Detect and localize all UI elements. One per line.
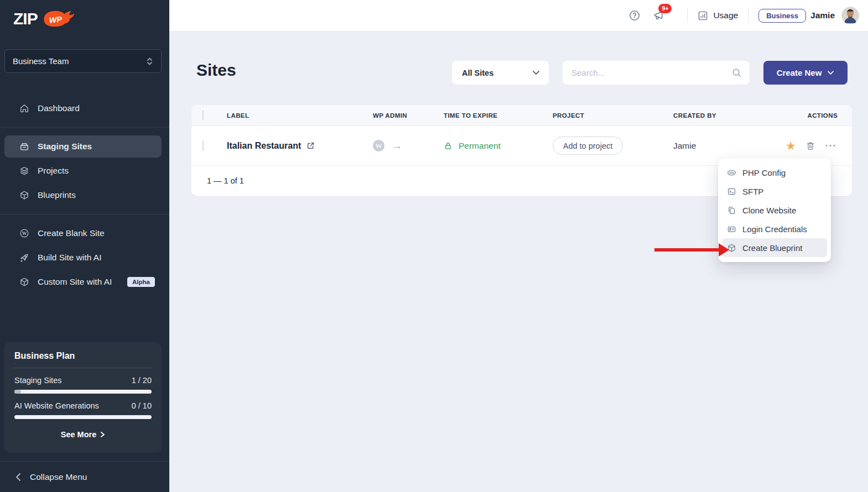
- create-new-button[interactable]: Create New: [763, 61, 848, 85]
- home-icon: [19, 103, 29, 113]
- see-more-link[interactable]: See More: [14, 427, 152, 442]
- team-selector-label: Business Team: [13, 56, 69, 66]
- sites-filter-dropdown[interactable]: All Sites: [452, 61, 549, 85]
- plan-badge[interactable]: Business: [758, 9, 806, 23]
- sidebar: ZIP WP Business Team: [0, 0, 169, 492]
- notification-badge: 9+: [658, 4, 672, 13]
- column-header-created-by: CREATED BY: [673, 112, 786, 119]
- search-input[interactable]: [571, 68, 731, 77]
- terminal-icon: [727, 187, 736, 196]
- sidebar-item-label: Blueprints: [38, 190, 76, 200]
- menu-item-label: SFTP: [742, 187, 763, 196]
- chevron-down-icon: [532, 70, 540, 75]
- menu-item-sftp[interactable]: SFTP: [722, 182, 827, 201]
- sidebar-item-label: Custom Site with AI: [38, 277, 112, 287]
- svg-text:WP: WP: [49, 14, 63, 24]
- meter-bar-ai-generations: [14, 415, 152, 419]
- brand-flame-icon: WP: [41, 8, 75, 29]
- user-name: Jamie: [810, 11, 835, 20]
- usage-button[interactable]: Usage: [698, 11, 738, 21]
- sidebar-item-build-site-with-ai[interactable]: Build Site with AI: [4, 247, 162, 269]
- plan-divider: [13, 368, 153, 368]
- sidebar-nav: Dashboard Staging Sites Pro: [0, 97, 169, 295]
- meter-fill: [14, 390, 21, 394]
- arrow-right-icon: →: [392, 140, 402, 152]
- meter-value: 1 / 20: [132, 376, 152, 385]
- column-header-label: LABEL: [227, 112, 373, 119]
- meter-bar-staging-sites: [14, 390, 152, 394]
- plan-title: Business Plan: [14, 351, 152, 361]
- sites-filter-value: All Sites: [462, 69, 493, 77]
- select-all-checkbox[interactable]: [202, 110, 204, 121]
- chevron-left-icon: [15, 473, 21, 481]
- create-new-label: Create New: [777, 68, 822, 77]
- sidebar-item-custom-site-with-ai[interactable]: Custom Site with AI Alpha: [4, 271, 162, 293]
- menu-item-clone-website[interactable]: Clone Website: [722, 201, 827, 219]
- menu-item-label: Create Blueprint: [742, 243, 802, 253]
- sidebar-item-dashboard[interactable]: Dashboard: [4, 97, 162, 119]
- menu-item-create-blueprint[interactable]: Create Blueprint: [722, 238, 827, 257]
- external-link-icon[interactable]: [306, 142, 315, 150]
- sidebar-divider: [0, 127, 169, 128]
- team-selector[interactable]: Business Team: [4, 49, 162, 73]
- topbar-divider: [748, 8, 749, 23]
- annotation-arrow: [654, 248, 719, 252]
- lock-icon: [444, 142, 453, 150]
- cube-icon: [19, 277, 29, 287]
- archive-icon: [19, 142, 29, 151]
- sidebar-item-label: Dashboard: [38, 103, 80, 113]
- wordpress-icon: W: [373, 140, 384, 151]
- sidebar-item-label: Build Site with AI: [38, 253, 101, 263]
- chevron-down-icon: [827, 70, 834, 75]
- sidebar-item-projects[interactable]: Projects: [4, 160, 162, 182]
- page-title: Sites: [196, 61, 236, 80]
- chevron-right-icon: [100, 431, 105, 438]
- announcements-button[interactable]: 9+: [653, 9, 665, 22]
- svg-text:php: php: [729, 171, 734, 174]
- add-to-project-button[interactable]: Add to project: [553, 137, 623, 155]
- meter-label: Staging Sites: [14, 376, 61, 385]
- plan-card: Business Plan Staging Sites 1 / 20 AI We…: [4, 342, 162, 453]
- created-by: Jamie: [673, 141, 786, 151]
- avatar[interactable]: [841, 7, 859, 24]
- rocket-icon: [19, 253, 29, 263]
- table-header: LABEL WP ADMIN TIME TO EXPIRE PROJECT CR…: [191, 105, 852, 126]
- php-icon: php: [727, 168, 736, 177]
- column-header-time-to-expire: TIME TO EXPIRE: [444, 112, 553, 119]
- sidebar-divider: [0, 214, 169, 214]
- meter-value: 0 / 10: [132, 401, 152, 410]
- more-actions-icon[interactable]: ⋯: [825, 143, 837, 148]
- expire-status: Permanent: [459, 141, 501, 151]
- menu-item-label: Login Credentials: [742, 224, 807, 234]
- help-icon[interactable]: [628, 9, 641, 22]
- sidebar-item-staging-sites[interactable]: Staging Sites: [4, 135, 162, 158]
- favorite-star-icon[interactable]: ★: [786, 140, 796, 151]
- svg-text:W: W: [22, 231, 27, 236]
- bar-chart-icon: [698, 11, 708, 21]
- topbar-divider: [687, 8, 688, 23]
- meter-staging-sites: Staging Sites 1 / 20: [14, 376, 152, 385]
- row-checkbox[interactable]: [202, 140, 204, 151]
- sidebar-item-label: Create Blank Site: [38, 228, 105, 238]
- collapse-menu-button[interactable]: Collapse Menu: [0, 461, 169, 492]
- menu-item-label: Clone Website: [742, 206, 796, 215]
- collapse-menu-label: Collapse Menu: [30, 472, 87, 482]
- sidebar-item-create-blank-site[interactable]: W Create Blank Site: [4, 222, 162, 244]
- sidebar-item-label: Projects: [38, 166, 69, 176]
- site-name: Italian Restaurant: [227, 141, 301, 151]
- search-icon: [731, 67, 742, 78]
- menu-item-php-config[interactable]: php PHP Config: [722, 163, 827, 182]
- column-header-wp-admin: WP ADMIN: [373, 112, 444, 119]
- search-box: [563, 61, 750, 85]
- menu-item-login-credentials[interactable]: Login Credentials: [722, 219, 827, 238]
- row-actions-menu: php PHP Config SFTP Clone Website: [718, 158, 831, 262]
- column-header-project: PROJECT: [553, 112, 673, 119]
- delete-icon[interactable]: [805, 141, 815, 151]
- wp-admin-link[interactable]: W →: [373, 140, 444, 152]
- usage-label: Usage: [713, 11, 738, 20]
- layers-icon: [19, 166, 29, 176]
- sidebar-item-blueprints[interactable]: Blueprints: [4, 184, 162, 206]
- topbar: 9+ Usage Business Jamie: [169, 0, 868, 32]
- cube-icon: [19, 190, 29, 200]
- app-window: ZIP WP Business Team: [0, 0, 868, 492]
